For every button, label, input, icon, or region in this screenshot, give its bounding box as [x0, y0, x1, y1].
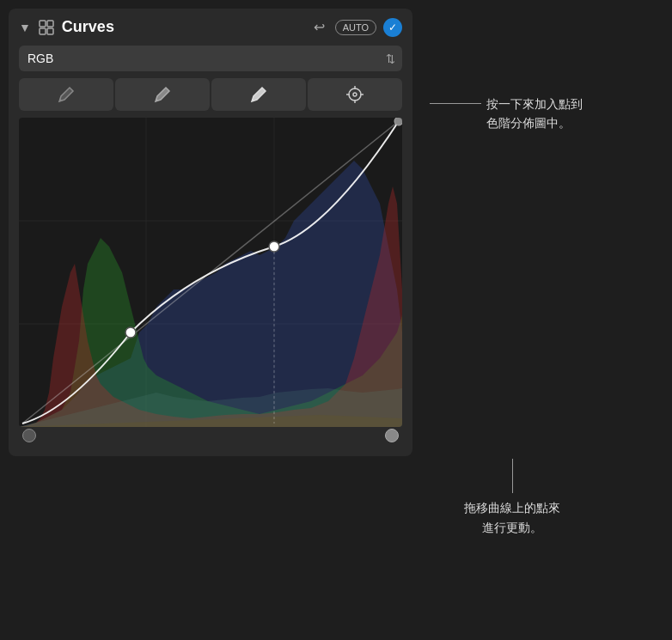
annotation-line2: 色階分佈圖中。	[486, 113, 583, 132]
annotations-area: 按一下來加入點到 色階分佈圖中。 拖移曲線上的點來 進行更動。	[421, 9, 672, 640]
chevron-down-icon[interactable]: ▼	[19, 21, 31, 34]
channel-select-wrapper: RGB Red Green Blue ⇅	[19, 46, 402, 71]
curves-histogram-area[interactable]	[19, 118, 402, 427]
svg-rect-3	[47, 28, 53, 34]
undo-button[interactable]: ↩	[310, 17, 328, 37]
svg-point-18	[125, 327, 136, 338]
svg-point-7	[349, 88, 361, 101]
panel-title: Curves	[62, 18, 303, 36]
annotation-line-bottom	[512, 459, 513, 493]
eyedropper-dark-icon	[58, 86, 75, 103]
top-right-annotation: 按一下來加入點到 色階分佈圖中。	[430, 94, 583, 133]
annotation-text-top: 按一下來加入點到 色階分佈圖中。	[486, 94, 583, 133]
eyedropper-light-icon	[250, 86, 267, 103]
svg-point-5	[156, 100, 158, 101]
svg-rect-2	[40, 28, 46, 34]
target-crosshair-icon	[345, 85, 364, 104]
grid-icon	[38, 19, 55, 36]
svg-rect-1	[47, 21, 53, 27]
channel-select-row: RGB Red Green Blue ⇅	[19, 46, 402, 71]
main-container: ▼ Curves ↩ AUTO ✓ RGB Red Green	[0, 0, 672, 640]
annotation-text-bottom: 拖移曲線上的點來 進行更動。	[464, 498, 560, 537]
panel-header: ▼ Curves ↩ AUTO ✓	[19, 17, 402, 37]
svg-point-4	[60, 100, 62, 101]
annotation-bottom-line2: 進行更動。	[464, 518, 560, 537]
black-point-eyedropper-button[interactable]	[19, 78, 113, 111]
svg-point-20	[394, 118, 402, 125]
histogram-svg	[19, 118, 402, 427]
white-point-eyedropper-button[interactable]	[211, 78, 306, 111]
annotation-line-top	[430, 103, 481, 104]
gray-point-eyedropper-button[interactable]	[115, 78, 210, 111]
highlight-slider[interactable]	[385, 429, 399, 442]
eyedropper-mid-icon	[154, 86, 171, 103]
auto-button[interactable]: AUTO	[335, 20, 376, 35]
bottom-annotation: 拖移曲線上的點來 進行更動。	[464, 459, 560, 537]
channel-select[interactable]: RGB Red Green Blue	[19, 46, 402, 71]
annotation-line1: 按一下來加入點到	[486, 94, 583, 113]
add-point-button[interactable]	[308, 78, 402, 111]
svg-point-12	[353, 93, 357, 96]
annotation-bottom-line1: 拖移曲線上的點來	[464, 498, 560, 517]
confirm-button[interactable]: ✓	[383, 18, 402, 37]
curves-panel: ▼ Curves ↩ AUTO ✓ RGB Red Green	[9, 9, 412, 456]
eyedropper-toolbar	[19, 78, 402, 111]
shadow-slider[interactable]	[22, 429, 36, 442]
svg-rect-0	[40, 21, 46, 27]
input-level-sliders	[19, 429, 402, 442]
svg-point-6	[253, 100, 254, 101]
